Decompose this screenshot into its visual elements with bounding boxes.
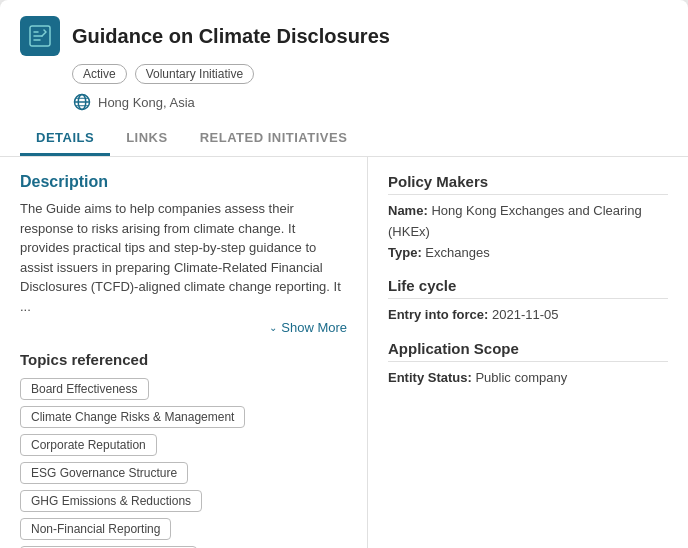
lifecycle-title: Life cycle [388,277,668,299]
badges-row: Active Voluntary Initiative [72,64,668,84]
globe-icon [72,92,92,112]
show-more-label: Show More [281,320,347,335]
badge-active: Active [72,64,127,84]
location-row: Hong Kong, Asia [72,92,668,112]
topics-title: Topics referenced [20,351,347,368]
right-panel: Policy Makers Name: Hong Kong Exchanges … [368,157,688,548]
tab-related-initiatives[interactable]: RELATED INITIATIVES [184,122,364,156]
entry-force-row: Entry into force: 2021-11-05 [388,305,668,326]
badge-voluntary: Voluntary Initiative [135,64,254,84]
entity-status-row: Entity Status: Public company [388,368,668,389]
topic-tag-4: GHG Emissions & Reductions [20,490,202,512]
location-text: Hong Kong, Asia [98,95,195,110]
policy-maker-type-row: Type: Exchanges [388,243,668,264]
policy-maker-type-label: Type: [388,245,422,260]
initiative-logo [20,16,60,56]
entity-status-label: Entity Status: [388,370,472,385]
policy-makers-title: Policy Makers [388,173,668,195]
left-panel: Description The Guide aims to help compa… [0,157,368,548]
topic-tag-3: ESG Governance Structure [20,462,188,484]
description-title: Description [20,173,347,191]
topic-tag-1: Climate Change Risks & Management [20,406,245,428]
tabs-row: DETAILS LINKS RELATED INITIATIVES [20,122,668,156]
policy-maker-type: Exchanges [425,245,489,260]
modal-title: Guidance on Climate Disclosures [72,25,390,48]
topic-tag-5: Non-Financial Reporting [20,518,171,540]
show-more-button[interactable]: ⌄ Show More [20,320,347,335]
policy-makers-section: Policy Makers Name: Hong Kong Exchanges … [388,173,668,263]
topic-tag-2: Corporate Reputation [20,434,157,456]
policy-maker-name-row: Name: Hong Kong Exchanges and Clearing (… [388,201,668,243]
app-scope-title: Application Scope [388,340,668,362]
title-row: Guidance on Climate Disclosures [20,16,668,56]
topic-tag-0: Board Effectiveness [20,378,149,400]
lifecycle-section: Life cycle Entry into force: 2021-11-05 [388,277,668,326]
modal-header: Guidance on Climate Disclosures Active V… [0,0,688,157]
modal-body: Description The Guide aims to help compa… [0,157,688,548]
policy-maker-name-label: Name: [388,203,428,218]
topics-list: Board Effectiveness Climate Change Risks… [20,378,347,548]
chevron-down-icon: ⌄ [269,322,277,333]
tab-links[interactable]: LINKS [110,122,184,156]
entity-status-value: Public company [475,370,567,385]
modal-container: Guidance on Climate Disclosures Active V… [0,0,688,548]
entry-force-label: Entry into force: [388,307,488,322]
entry-force-value: 2021-11-05 [492,307,559,322]
tab-details[interactable]: DETAILS [20,122,110,156]
app-scope-section: Application Scope Entity Status: Public … [388,340,668,389]
description-text: The Guide aims to help companies assess … [20,199,347,316]
